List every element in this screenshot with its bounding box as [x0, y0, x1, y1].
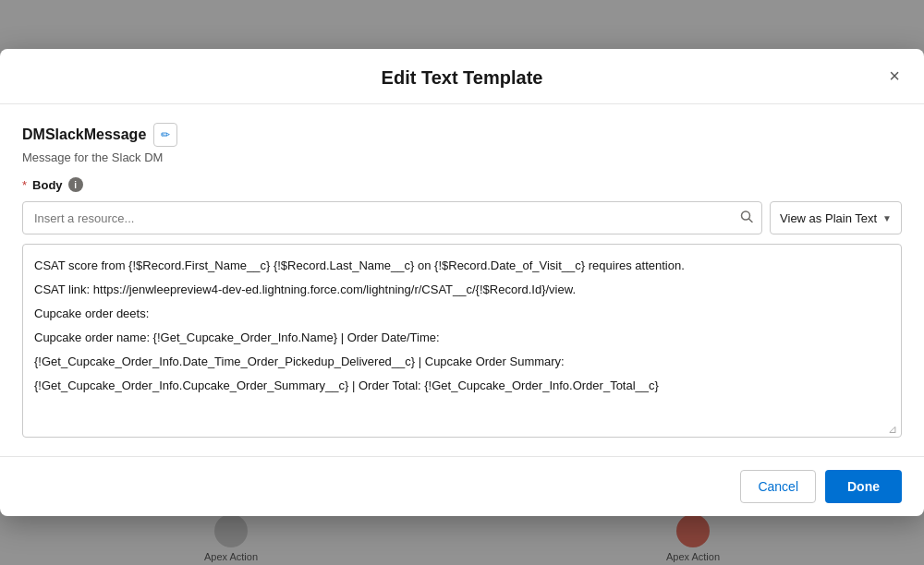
resource-row: View as Plain Text ▼	[22, 201, 902, 234]
required-star: *	[22, 178, 27, 192]
resource-input-wrapper	[22, 201, 762, 234]
template-body-textarea[interactable]: CSAT score from {!$Record.First_Name__c}…	[22, 244, 902, 438]
modal-title: Edit Text Template	[382, 67, 543, 89]
text-content: CSAT score from {!$Record.First_Name__c}…	[34, 256, 890, 397]
edit-pencil-icon: ✏	[161, 128, 170, 141]
modal-body: DMSlackMessage ✏ Message for the Slack D…	[0, 104, 924, 456]
body-label-row: * Body i	[22, 177, 902, 192]
info-icon[interactable]: i	[68, 177, 83, 192]
text-line-1: CSAT score from {!$Record.First_Name__c}…	[34, 256, 890, 276]
template-description: Message for the Slack DM	[22, 150, 902, 164]
edit-text-template-modal: Edit Text Template × DMSlackMessage ✏ Me…	[0, 49, 924, 516]
close-button[interactable]: ×	[880, 62, 909, 91]
chevron-down-icon: ▼	[882, 213, 892, 223]
text-line-2: CSAT link: https://jenwleepreview4-dev-e…	[34, 280, 890, 300]
text-line-6: {!Get_Cupcake_Order_Info.Cupcake_Order_S…	[34, 376, 890, 396]
cancel-button[interactable]: Cancel	[740, 470, 816, 503]
template-name-edit-button[interactable]: ✏	[153, 123, 177, 147]
text-line-3: Cupcake order deets:	[34, 304, 890, 324]
resource-input[interactable]	[22, 201, 762, 234]
done-button[interactable]: Done	[825, 470, 902, 503]
template-name: DMSlackMessage	[22, 126, 146, 143]
modal-footer: Cancel Done	[0, 456, 924, 516]
text-line-4: Cupcake order name: {!Get_Cupcake_Order_…	[34, 328, 890, 348]
modal-header: Edit Text Template ×	[0, 49, 924, 104]
view-dropdown-label: View as Plain Text	[780, 211, 877, 225]
template-name-row: DMSlackMessage ✏	[22, 123, 902, 147]
body-label: Body	[32, 178, 63, 192]
resize-handle[interactable]: ⊿	[888, 424, 899, 435]
text-line-5: {!Get_Cupcake_Order_Info.Date_Time_Order…	[34, 352, 890, 372]
view-as-plain-text-dropdown[interactable]: View as Plain Text ▼	[770, 201, 902, 234]
